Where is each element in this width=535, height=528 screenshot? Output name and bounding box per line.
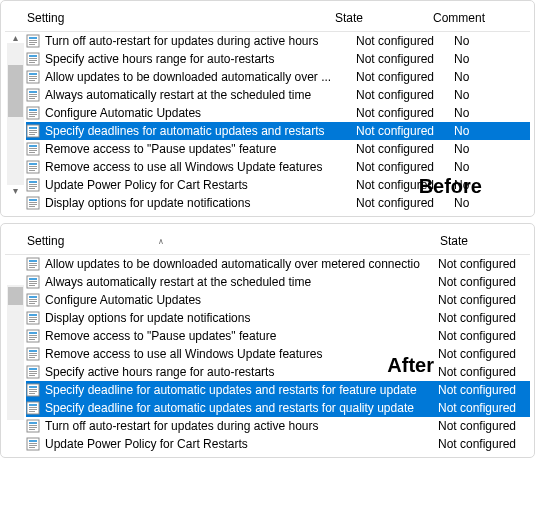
svg-rect-9 [29, 62, 35, 63]
setting-cell: Display options for update notifications [26, 196, 356, 210]
svg-rect-12 [29, 76, 37, 77]
table-row[interactable]: Always automatically restart at the sche… [26, 273, 530, 291]
state-cell: Not configured [438, 347, 528, 361]
policy-icon [26, 88, 40, 102]
table-row[interactable]: Always automatically restart at the sche… [26, 86, 530, 104]
svg-rect-28 [29, 132, 37, 133]
state-cell: Not configured [438, 437, 528, 451]
setting-text: Specify deadline for automatic updates a… [45, 401, 414, 415]
comment-cell: No [454, 160, 519, 174]
table-row[interactable]: Allow updates to be downloaded automatic… [26, 68, 530, 86]
table-row[interactable]: Turn off auto-restart for updates during… [26, 417, 530, 435]
table-row[interactable]: Allow updates to be downloaded automatic… [26, 255, 530, 273]
svg-rect-36 [29, 163, 37, 165]
comment-cell: No [454, 124, 519, 138]
state-cell: Not configured [438, 329, 528, 343]
setting-cell: Display options for update notifications [26, 311, 438, 325]
svg-rect-32 [29, 148, 37, 149]
svg-rect-103 [29, 445, 37, 446]
setting-text: Display options for update notifications [45, 196, 250, 210]
policy-icon [26, 178, 40, 192]
table-row[interactable]: Specify deadlines for automatic updates … [26, 122, 530, 140]
state-cell: Not configured [356, 196, 454, 210]
svg-rect-31 [29, 145, 37, 147]
svg-rect-26 [29, 127, 37, 129]
svg-rect-98 [29, 427, 37, 428]
header-comment[interactable]: Comment [433, 11, 498, 25]
svg-rect-91 [29, 404, 37, 406]
svg-rect-92 [29, 407, 37, 408]
header-state[interactable]: State [335, 11, 433, 25]
table-row[interactable]: Specify active hours range for auto-rest… [26, 50, 530, 68]
table-row[interactable]: Specify deadline for automatic updates a… [26, 399, 530, 417]
table-row[interactable]: Remove access to "Pause updates" feature… [26, 327, 530, 345]
policy-icon [26, 142, 40, 156]
setting-cell: Always automatically restart at the sche… [26, 88, 356, 102]
table-row[interactable]: Remove access to "Pause updates" feature… [26, 140, 530, 158]
state-cell: Not configured [356, 88, 454, 102]
comment-cell: No [454, 142, 519, 156]
svg-rect-54 [29, 267, 35, 268]
svg-rect-59 [29, 285, 35, 286]
table-row[interactable]: Specify active hours range for auto-rest… [26, 363, 530, 381]
svg-rect-6 [29, 55, 37, 57]
svg-rect-63 [29, 301, 37, 302]
table-row[interactable]: Update Power Policy for Cart RestartsNot… [26, 435, 530, 453]
svg-rect-84 [29, 375, 35, 376]
svg-rect-43 [29, 186, 37, 187]
sort-asc-icon: ∧ [158, 237, 164, 246]
header-setting[interactable]: Setting [5, 11, 335, 25]
setting-cell: Specify active hours range for auto-rest… [26, 365, 438, 379]
table-row[interactable]: Turn off auto-restart for updates during… [26, 32, 530, 50]
setting-cell: Configure Automatic Updates [26, 293, 438, 307]
table-row[interactable]: Remove access to use all Windows Update … [26, 158, 530, 176]
table-row[interactable]: Update Power Policy for Cart RestartsNot… [26, 176, 530, 194]
header-setting[interactable]: Setting ∧ [5, 234, 440, 248]
policy-icon [26, 419, 40, 433]
scroll-thumb[interactable] [8, 287, 23, 305]
svg-rect-93 [29, 409, 37, 410]
setting-cell: Remove access to "Pause updates" feature [26, 142, 356, 156]
state-cell: Not configured [438, 401, 528, 415]
setting-cell: Remove access to use all Windows Update … [26, 160, 356, 174]
svg-rect-39 [29, 170, 35, 171]
svg-rect-81 [29, 368, 37, 370]
setting-cell: Update Power Policy for Cart Restarts [26, 178, 356, 192]
svg-rect-57 [29, 281, 37, 282]
table-row[interactable]: Specify deadline for automatic updates a… [26, 381, 530, 399]
state-cell: Not configured [356, 178, 454, 192]
policy-icon [26, 275, 40, 289]
table-row[interactable]: Configure Automatic UpdatesNot configure… [26, 104, 530, 122]
scroll-up-icon[interactable]: ▴ [13, 32, 18, 43]
scroll-down-icon[interactable]: ▾ [13, 185, 18, 196]
state-cell: Not configured [356, 160, 454, 174]
scrollbar[interactable]: ▴ ▾ [7, 32, 24, 212]
state-cell: Not configured [356, 34, 454, 48]
table-row[interactable]: Configure Automatic UpdatesNot configure… [26, 291, 530, 309]
svg-rect-48 [29, 204, 37, 205]
svg-rect-47 [29, 202, 37, 203]
setting-text: Allow updates to be downloaded automatic… [45, 257, 420, 271]
setting-cell: Specify deadlines for automatic updates … [26, 124, 356, 138]
svg-rect-56 [29, 278, 37, 280]
setting-text: Specify active hours range for auto-rest… [45, 365, 274, 379]
setting-text: Update Power Policy for Cart Restarts [45, 178, 248, 192]
svg-rect-69 [29, 321, 35, 322]
scroll-track[interactable] [7, 285, 24, 420]
scroll-thumb[interactable] [8, 65, 23, 117]
setting-text: Update Power Policy for Cart Restarts [45, 437, 248, 451]
header-state[interactable]: State [440, 234, 530, 248]
table-row[interactable]: Remove access to use all Windows Update … [26, 345, 530, 363]
svg-rect-86 [29, 386, 37, 388]
scrollbar[interactable] [7, 255, 24, 453]
table-row[interactable]: Display options for update notifications… [26, 194, 530, 212]
policy-icon [26, 70, 40, 84]
svg-rect-1 [29, 37, 37, 39]
scroll-track[interactable] [7, 43, 24, 185]
table-row[interactable]: Display options for update notifications… [26, 309, 530, 327]
settings-list: Allow updates to be downloaded automatic… [26, 255, 530, 453]
svg-rect-21 [29, 109, 37, 111]
svg-rect-101 [29, 440, 37, 442]
policy-icon [26, 383, 40, 397]
svg-rect-27 [29, 130, 37, 131]
